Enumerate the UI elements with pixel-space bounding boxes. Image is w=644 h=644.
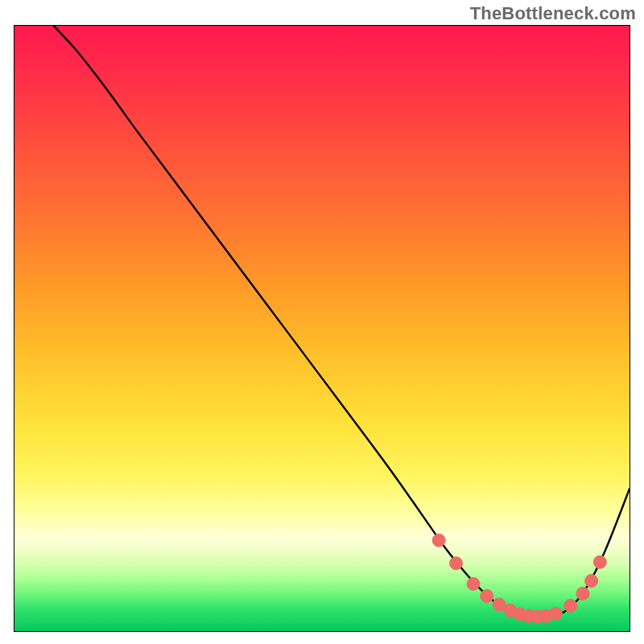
curve-marker (585, 575, 598, 588)
curve-marker (593, 555, 606, 568)
curve-marker (467, 577, 480, 590)
chart-svg (0, 0, 644, 644)
chart-stage: TheBottleneck.com (0, 0, 644, 644)
watermark-text: TheBottleneck.com (470, 3, 636, 24)
curve-marker (481, 589, 493, 602)
curve-marker (549, 607, 562, 620)
curve-marker (432, 534, 445, 547)
curve-marker (576, 587, 589, 600)
curve-marker (564, 599, 577, 612)
curve-marker (450, 557, 463, 570)
gradient-background (14, 26, 630, 631)
